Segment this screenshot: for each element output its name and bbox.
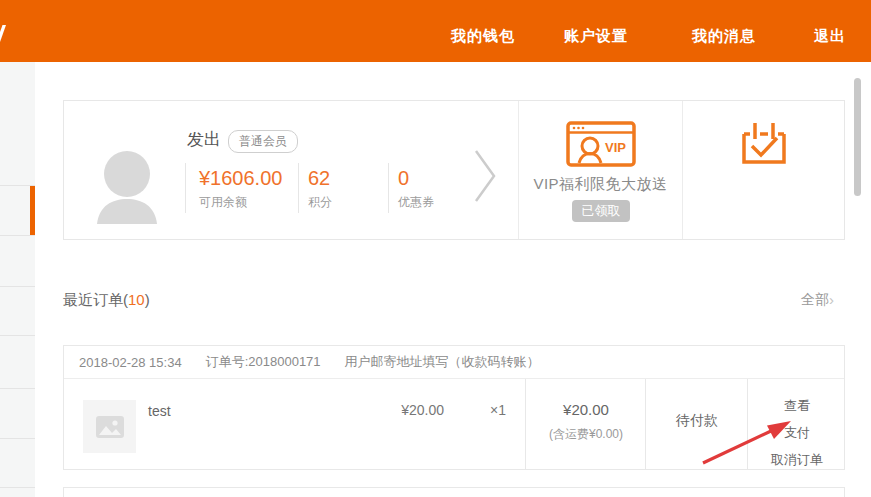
order-address-note: 用户邮寄地址填写（收款码转账） bbox=[345, 353, 540, 371]
order-card: 2018-02-28 15:34 订单号:2018000171 用户邮寄地址填写… bbox=[63, 345, 845, 470]
order-total-amount: ¥20.00 bbox=[526, 401, 646, 418]
image-placeholder-icon bbox=[95, 415, 125, 439]
coupons-label: 优惠券 bbox=[398, 194, 434, 211]
member-level-badge: 普通会员 bbox=[228, 130, 298, 153]
username: 发出 bbox=[187, 128, 221, 151]
balance-value: ¥1606.00 bbox=[199, 167, 294, 189]
stat-divider bbox=[298, 163, 299, 213]
coupons-stat[interactable]: 0 优惠券 bbox=[398, 167, 434, 211]
points-label: 积分 bbox=[308, 194, 332, 211]
logo-fragment-icon bbox=[0, 24, 10, 44]
balance-label: 可用余额 bbox=[199, 194, 294, 211]
page: 我的钱包 账户设置 我的消息 退出 发出 普通会员 ¥1606.00 可用余额 bbox=[0, 0, 871, 497]
sidebar bbox=[0, 62, 35, 497]
sidebar-item[interactable] bbox=[0, 488, 35, 497]
nav-my-wallet[interactable]: 我的钱包 bbox=[451, 27, 515, 46]
product-image-placeholder[interactable] bbox=[83, 400, 136, 453]
calendar-check-icon[interactable] bbox=[740, 118, 788, 168]
coupons-value: 0 bbox=[398, 167, 434, 189]
user-summary-card bbox=[63, 100, 845, 240]
points-stat[interactable]: 62 积分 bbox=[308, 167, 332, 211]
view-order-link[interactable]: 查看 bbox=[748, 392, 846, 419]
product-quantity: ×1 bbox=[490, 402, 506, 418]
card-section-divider bbox=[518, 101, 519, 239]
sidebar-item[interactable] bbox=[0, 336, 35, 388]
stat-divider bbox=[185, 163, 186, 213]
vip-claimed-button[interactable]: 已领取 bbox=[572, 200, 630, 222]
top-navigation-bar: 我的钱包 账户设置 我的消息 退出 bbox=[0, 0, 871, 62]
vip-promo-icon[interactable]: VIP bbox=[566, 121, 636, 167]
vip-promo-title: VIP福利限免大放送 bbox=[519, 175, 682, 194]
order-time: 2018-02-28 15:34 bbox=[79, 355, 182, 370]
order-total-cell: ¥20.00 (含运费¥0.00) bbox=[526, 401, 646, 443]
chevron-right-small-icon: › bbox=[829, 291, 834, 308]
recent-orders-title: 最近订单(10) bbox=[63, 291, 150, 310]
vertical-scrollbar-thumb[interactable] bbox=[854, 78, 861, 196]
order-actions: 查看 支付 取消订单 bbox=[748, 392, 846, 473]
orders-title-text: 最近订单( bbox=[63, 291, 128, 308]
sidebar-item[interactable] bbox=[0, 389, 35, 438]
view-all-orders-link[interactable]: 全部 bbox=[801, 291, 829, 309]
order-status: 待付款 bbox=[646, 412, 748, 430]
sidebar-item[interactable] bbox=[0, 287, 35, 335]
nav-my-messages[interactable]: 我的消息 bbox=[692, 27, 756, 46]
sidebar-item[interactable] bbox=[0, 62, 35, 185]
product-name[interactable]: test bbox=[148, 403, 171, 419]
product-unit-price: ¥20.00 bbox=[384, 402, 444, 418]
balance-stat[interactable]: ¥1606.00 可用余额 bbox=[199, 167, 294, 211]
pay-order-link[interactable]: 支付 bbox=[748, 419, 846, 446]
user-avatar-icon bbox=[96, 150, 160, 224]
svg-text:VIP: VIP bbox=[605, 140, 626, 155]
order-header: 2018-02-28 15:34 订单号:2018000171 用户邮寄地址填写… bbox=[64, 346, 844, 379]
points-value: 62 bbox=[308, 167, 332, 189]
nav-account-settings[interactable]: 账户设置 bbox=[564, 27, 628, 46]
sidebar-item[interactable] bbox=[0, 236, 35, 286]
order-number: 订单号:2018000171 bbox=[206, 353, 321, 371]
order-card-partial bbox=[63, 487, 845, 497]
orders-count: 10 bbox=[128, 291, 145, 308]
order-shipping-note: (含运费¥0.00) bbox=[526, 426, 646, 443]
orders-title-suffix: ) bbox=[145, 291, 150, 308]
cancel-order-link[interactable]: 取消订单 bbox=[748, 446, 846, 473]
chevron-right-icon[interactable] bbox=[473, 148, 497, 204]
sidebar-active-indicator bbox=[30, 186, 35, 235]
sidebar-item[interactable] bbox=[0, 439, 35, 487]
stat-divider bbox=[388, 163, 389, 213]
nav-logout[interactable]: 退出 bbox=[814, 27, 846, 46]
card-section-divider bbox=[682, 101, 683, 239]
